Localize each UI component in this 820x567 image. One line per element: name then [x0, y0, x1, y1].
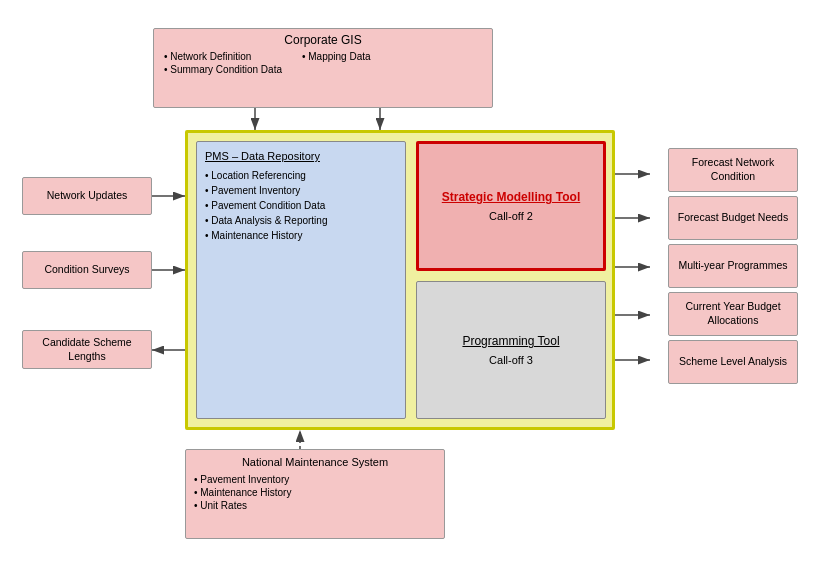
pms-title: PMS – Data Repository [205, 150, 397, 162]
corporate-gis-box: Corporate GIS Network Definition Summary… [153, 28, 493, 108]
national-item-1: Pavement Inventory [194, 474, 436, 485]
programming-tool-title: Programming Tool [462, 334, 559, 348]
main-outer-box: PMS – Data Repository Location Referenci… [185, 130, 615, 430]
strategic-tool-subtitle: Call-off 2 [489, 210, 533, 222]
national-maintenance-list: Pavement Inventory Maintenance History U… [194, 474, 436, 511]
candidate-scheme-label: Candidate Scheme Lengths [28, 336, 146, 363]
pms-item-4: Data Analysis & Reporting [205, 215, 397, 226]
corporate-gis-left-list: Network Definition Summary Condition Dat… [164, 51, 282, 77]
gis-item-2: Summary Condition Data [164, 64, 282, 75]
national-maintenance-title: National Maintenance System [194, 456, 436, 468]
national-maintenance-box: National Maintenance System Pavement Inv… [185, 449, 445, 539]
strategic-modelling-tool-box: Strategic Modelling Tool Call-off 2 [416, 141, 606, 271]
current-year-budget-box: Current Year Budget Allocations [668, 292, 798, 336]
condition-surveys-label: Condition Surveys [44, 263, 129, 277]
corporate-gis-right-list: Mapping Data [302, 51, 371, 77]
gis-item-1: Network Definition [164, 51, 282, 62]
forecast-budget-label: Forecast Budget Needs [678, 211, 788, 225]
network-updates-box: Network Updates [22, 177, 152, 215]
pms-item-5: Maintenance History [205, 230, 397, 241]
strategic-tool-title: Strategic Modelling Tool [442, 190, 580, 204]
pms-items-list: Location Referencing Pavement Inventory … [205, 170, 397, 241]
condition-surveys-box: Condition Surveys [22, 251, 152, 289]
multi-year-label: Multi-year Programmes [678, 259, 787, 273]
multi-year-programmes-box: Multi-year Programmes [668, 244, 798, 288]
candidate-scheme-lengths-box: Candidate Scheme Lengths [22, 330, 152, 369]
scheme-level-label: Scheme Level Analysis [679, 355, 787, 369]
current-year-label: Current Year Budget Allocations [674, 300, 792, 327]
pms-item-2: Pavement Inventory [205, 185, 397, 196]
forecast-budget-needs-box: Forecast Budget Needs [668, 196, 798, 240]
corporate-gis-title: Corporate GIS [154, 33, 492, 47]
programming-tool-box: Programming Tool Call-off 3 [416, 281, 606, 419]
gis-item-3: Mapping Data [302, 51, 371, 62]
pms-item-3: Pavement Condition Data [205, 200, 397, 211]
forecast-network-label: Forecast Network Condition [674, 156, 792, 183]
pms-item-1: Location Referencing [205, 170, 397, 181]
diagram-container: Corporate GIS Network Definition Summary… [0, 0, 820, 567]
scheme-level-analysis-box: Scheme Level Analysis [668, 340, 798, 384]
programming-tool-subtitle: Call-off 3 [489, 354, 533, 366]
network-updates-label: Network Updates [47, 189, 128, 203]
national-item-2: Maintenance History [194, 487, 436, 498]
pms-data-repository-box: PMS – Data Repository Location Referenci… [196, 141, 406, 419]
national-item-3: Unit Rates [194, 500, 436, 511]
forecast-network-condition-box: Forecast Network Condition [668, 148, 798, 192]
